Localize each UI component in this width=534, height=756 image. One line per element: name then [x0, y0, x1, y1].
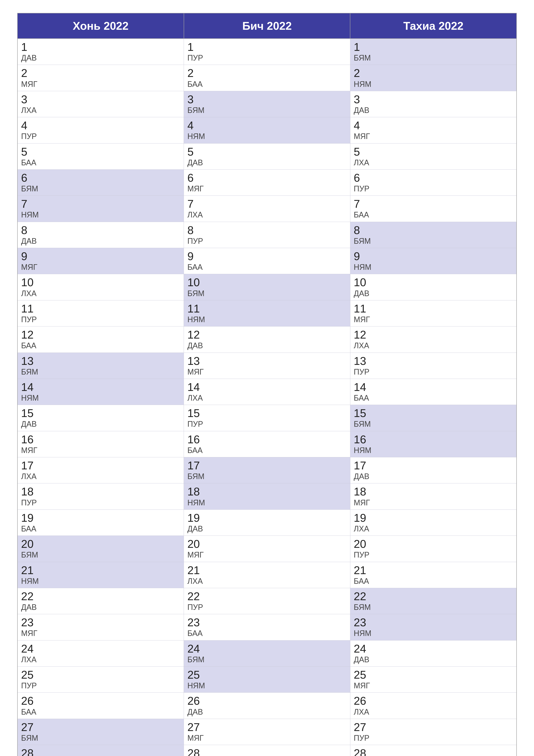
day-name: ЛХА [354, 707, 513, 716]
day-number: 26 [354, 695, 513, 707]
calendar-row: 28 НЯМ28 ЛХА28 БАА [17, 745, 517, 756]
day-name: ДАВ [187, 158, 347, 167]
day-cell-m3-d16: 16 НЯМ [350, 431, 517, 457]
day-number: 28 [354, 747, 513, 756]
day-number: 1 [21, 41, 180, 53]
day-number: 5 [354, 146, 513, 158]
day-number: 20 [21, 538, 180, 550]
day-name: МЯГ [187, 733, 347, 742]
day-name: ДАВ [187, 524, 347, 533]
day-number: 25 [187, 669, 347, 681]
month1-header: Хонь 2022 [17, 13, 184, 39]
day-cell-m1-d9: 9 МЯГ [17, 248, 184, 274]
calendar-row: 21 НЯМ21 ЛХА21 БАА [17, 562, 517, 588]
day-name: ПУР [187, 603, 347, 612]
day-name: БАА [21, 341, 180, 350]
calendar-row: 4 ПУР4 НЯМ4 МЯГ [17, 117, 517, 143]
day-cell-m1-d22: 22 ДАВ [17, 588, 184, 614]
day-name: НЯМ [187, 132, 347, 141]
day-name: МЯГ [187, 550, 347, 559]
day-cell-m3-d1: 1 БЯМ [350, 39, 517, 65]
day-number: 20 [187, 538, 347, 550]
day-number: 25 [21, 669, 180, 681]
day-cell-m1-d17: 17 ЛХА [17, 457, 184, 483]
calendar-row: 23 МЯГ23 БАА23 НЯМ [17, 614, 517, 640]
day-name: ПУР [21, 498, 180, 507]
day-name: ДАВ [354, 289, 513, 298]
day-cell-m2-d26: 26 ДАВ [184, 693, 350, 719]
day-cell-m2-d13: 13 МЯГ [184, 353, 350, 379]
day-name: БАА [187, 262, 347, 272]
day-name: ПУР [354, 367, 513, 376]
day-name: НЯМ [21, 210, 180, 219]
day-name: МЯГ [21, 262, 180, 272]
day-cell-m1-d14: 14 НЯМ [17, 379, 184, 405]
day-number: 20 [354, 538, 513, 550]
day-number: 8 [187, 224, 347, 236]
calendar-row: 11 ПУР11 НЯМ11 МЯГ [17, 300, 517, 326]
day-name: БАА [21, 524, 180, 533]
day-cell-m2-d3: 3 БЯМ [184, 91, 350, 117]
day-name: ЛХА [354, 341, 513, 350]
day-name: ДАВ [187, 341, 347, 350]
day-name: ПУР [354, 550, 513, 559]
day-number: 8 [354, 224, 513, 236]
day-number: 23 [187, 616, 347, 629]
day-cell-m3-d17: 17 ДАВ [350, 457, 517, 483]
day-number: 27 [354, 721, 513, 733]
day-cell-m2-d10: 10 БЯМ [184, 274, 350, 300]
day-name: ДАВ [21, 236, 180, 246]
day-cell-m1-d25: 25 ПУР [17, 666, 184, 693]
day-name: ПУР [21, 315, 180, 324]
day-name: ПУР [187, 53, 347, 63]
day-name: БАА [354, 210, 513, 219]
day-number: 17 [187, 459, 347, 472]
day-number: 27 [187, 721, 347, 733]
day-number: 16 [21, 433, 180, 446]
day-number: 25 [354, 669, 513, 681]
day-name: ЛХА [187, 210, 347, 219]
day-cell-m1-d21: 21 НЯМ [17, 562, 184, 588]
day-cell-m3-d3: 3 ДАВ [350, 91, 517, 117]
day-name: ПУР [21, 132, 180, 141]
calendar-row: 8 ДАВ8 ПУР8 БЯМ [17, 222, 517, 248]
day-name: НЯМ [187, 498, 347, 507]
calendar-row: 24 ЛХА24 БЯМ24 ДАВ [17, 640, 517, 666]
day-name: ПУР [354, 184, 513, 193]
day-name: НЯМ [21, 393, 180, 403]
day-name: ПУР [187, 236, 347, 246]
day-number: 17 [354, 459, 513, 472]
day-number: 2 [187, 67, 347, 79]
day-cell-m1-d18: 18 ПУР [17, 483, 184, 509]
day-number: 6 [354, 172, 513, 184]
day-name: МЯГ [354, 315, 513, 324]
day-cell-m2-d17: 17 БЯМ [184, 457, 350, 483]
day-name: БАА [187, 446, 347, 455]
day-cell-m1-d24: 24 ЛХА [17, 640, 184, 666]
day-cell-m3-d18: 18 МЯГ [350, 483, 517, 509]
day-name: МЯГ [21, 80, 180, 89]
calendar-row: 18 ПУР18 НЯМ18 МЯГ [17, 483, 517, 509]
day-cell-m3-d24: 24 ДАВ [350, 640, 517, 666]
day-name: БЯМ [21, 550, 180, 559]
day-number: 17 [21, 459, 180, 472]
day-cell-m3-d6: 6 ПУР [350, 169, 517, 196]
day-number: 11 [187, 303, 347, 315]
day-name: НЯМ [21, 577, 180, 586]
day-name: ЛХА [21, 289, 180, 298]
day-name: НЯМ [354, 446, 513, 455]
day-number: 19 [21, 512, 180, 524]
day-cell-m2-d14: 14 ЛХА [184, 379, 350, 405]
day-number: 13 [21, 355, 180, 367]
day-name: БАА [187, 80, 347, 89]
day-number: 21 [187, 564, 347, 577]
day-cell-m2-d16: 16 БАА [184, 431, 350, 457]
day-name: НЯМ [354, 262, 513, 272]
day-number: 22 [21, 590, 180, 603]
day-name: БЯМ [187, 655, 347, 664]
day-name: МЯГ [187, 184, 347, 193]
calendar-row: 14 НЯМ14 ЛХА14 БАА [17, 379, 517, 405]
day-number: 13 [187, 355, 347, 367]
day-name: НЯМ [354, 629, 513, 638]
day-name: ЛХА [354, 524, 513, 533]
